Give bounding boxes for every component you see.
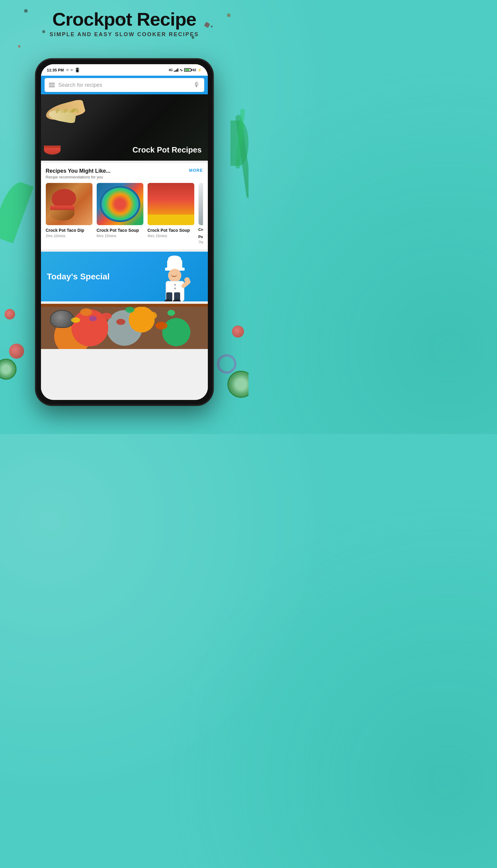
app-subtitle: SIMPLE AND EASY SLOW COOKER RECIPES <box>6 31 242 38</box>
recipe-banner[interactable]: Crock Pot Recipes <box>41 94 208 160</box>
recipe-image-4 <box>199 183 203 225</box>
app-title: Crockpot Recipe <box>6 9 242 29</box>
search-bar-container: Search for recipes 🎙 <box>41 76 208 94</box>
todays-special-banner[interactable]: Today's Special <box>41 252 208 302</box>
battery-label: 82 <box>193 68 196 72</box>
banner-content: Crock Pot Recipes <box>132 145 202 155</box>
recipe-time-1: 2hrs 10mins <box>46 234 93 238</box>
recommendations-section: Recipes You Might Like... Recipe recomme… <box>41 163 208 249</box>
phone-screen: 11:35 PM 📳 4G ∿ 82 <box>41 64 208 400</box>
recipe-card-2[interactable]: Crock Pot Taco Soup 6hrs 15mins <box>97 183 143 244</box>
hamburger-line-2 <box>49 85 55 85</box>
recipe-time-3: 4hrs 15mins <box>147 234 194 238</box>
rec-header: Recipes You Might Like... Recipe recomme… <box>46 168 203 179</box>
hamburger-menu-icon[interactable] <box>49 83 55 87</box>
rec-title: Recipes You Might Like... <box>46 168 111 174</box>
more-button[interactable]: MORE <box>189 168 203 173</box>
bottom-food-image <box>41 304 208 349</box>
recipe-name-3: Crock Pot Taco Soup <box>147 227 194 233</box>
wifi-icon: ∿ <box>180 68 183 72</box>
recipe-name-4b: Pot Ta <box>199 235 203 240</box>
status-left-icons: 📳 <box>66 68 80 72</box>
charging-icon: ⚡ <box>198 68 202 72</box>
recipe-card-3[interactable]: Crock Pot Taco Soup 4hrs 15mins <box>147 183 194 244</box>
recipe-name-1: Crock Pot Taco Dip <box>46 227 93 233</box>
network-label: 4G <box>169 68 173 72</box>
microphone-icon[interactable]: 🎙 <box>194 81 200 89</box>
recipe-image-3 <box>147 183 194 225</box>
special-title: Today's Special <box>47 272 110 281</box>
recipe-cards-container: Crock Pot Taco Dip 2hrs 10mins Crock Pot… <box>46 183 203 244</box>
recipe-image-2 <box>97 183 143 225</box>
rec-subtitle: Recipe recommendations for you <box>46 175 111 179</box>
recipe-name-4: Crock <box>199 227 203 233</box>
recipe-time-2: 6hrs 15mins <box>97 234 143 238</box>
recipe-card-1[interactable]: Crock Pot Taco Dip 2hrs 10mins <box>46 183 93 244</box>
phone-icon: 📳 <box>75 68 80 72</box>
search-input-wrapper[interactable]: Search for recipes 🎙 <box>45 78 204 92</box>
recipe-image-1 <box>46 183 93 225</box>
hamburger-line-3 <box>49 86 55 87</box>
dot-2 <box>70 69 73 71</box>
recipe-time-4: 7hrs 15... <box>199 240 203 244</box>
status-icons-right: 4G ∿ 82 ⚡ <box>169 68 202 72</box>
status-time: 11:35 PM <box>47 68 64 72</box>
hamburger-line-1 <box>49 83 55 83</box>
chef-figure <box>160 262 190 302</box>
signal-bars <box>174 68 178 72</box>
search-input[interactable]: Search for recipes <box>58 82 190 88</box>
battery-icon <box>184 68 191 72</box>
banner-title: Crock Pot Recipes <box>132 145 202 154</box>
status-bar: 11:35 PM 📳 4G ∿ 82 <box>41 64 208 76</box>
screen-content: Crock Pot Recipes Recipes You Might Like… <box>41 94 208 400</box>
dot-1 <box>66 69 69 71</box>
recipe-card-4[interactable]: Crock Pot Ta 7hrs 15... <box>199 183 203 244</box>
phone-frame: 11:35 PM 📳 4G ∿ 82 <box>36 59 213 405</box>
rec-title-group: Recipes You Might Like... Recipe recomme… <box>46 168 111 179</box>
recipe-name-2: Crock Pot Taco Soup <box>97 227 143 233</box>
